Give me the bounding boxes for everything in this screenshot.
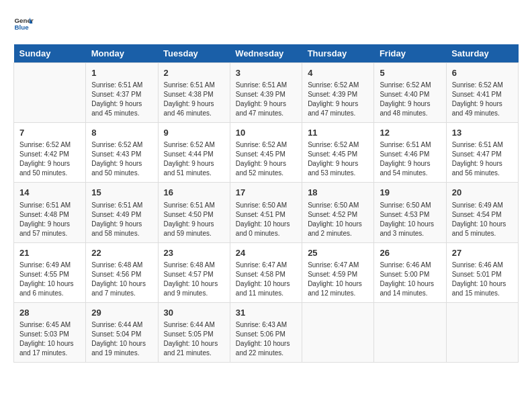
day-number: 31 bbox=[236, 307, 296, 319]
day-number: 18 bbox=[308, 187, 368, 199]
calendar-cell: 20Sunrise: 6:49 AM Sunset: 4:54 PM Dayli… bbox=[446, 183, 518, 242]
page-header: General Blue bbox=[13, 13, 519, 34]
day-info: Sunrise: 6:52 AM Sunset: 4:39 PM Dayligh… bbox=[308, 81, 368, 118]
day-info: Sunrise: 6:52 AM Sunset: 4:45 PM Dayligh… bbox=[308, 140, 368, 178]
calendar-cell: 14Sunrise: 6:51 AM Sunset: 4:48 PM Dayli… bbox=[14, 183, 86, 242]
calendar-cell: 2Sunrise: 6:51 AM Sunset: 4:38 PM Daylig… bbox=[158, 63, 230, 123]
calendar-cell: 21Sunrise: 6:49 AM Sunset: 4:55 PM Dayli… bbox=[14, 242, 86, 302]
calendar-cell: 4Sunrise: 6:52 AM Sunset: 4:39 PM Daylig… bbox=[302, 63, 374, 123]
day-number: 12 bbox=[380, 127, 440, 139]
calendar-cell: 5Sunrise: 6:52 AM Sunset: 4:40 PM Daylig… bbox=[374, 63, 446, 123]
day-number: 30 bbox=[164, 307, 224, 319]
day-info: Sunrise: 6:50 AM Sunset: 4:51 PM Dayligh… bbox=[236, 201, 296, 238]
day-info: Sunrise: 6:48 AM Sunset: 4:57 PM Dayligh… bbox=[164, 261, 224, 298]
calendar-cell: 15Sunrise: 6:51 AM Sunset: 4:49 PM Dayli… bbox=[86, 183, 158, 242]
day-info: Sunrise: 6:47 AM Sunset: 4:58 PM Dayligh… bbox=[236, 261, 296, 298]
day-info: Sunrise: 6:49 AM Sunset: 4:54 PM Dayligh… bbox=[452, 201, 513, 238]
calendar-cell: 29Sunrise: 6:44 AM Sunset: 5:04 PM Dayli… bbox=[86, 302, 158, 362]
day-info: Sunrise: 6:43 AM Sunset: 5:06 PM Dayligh… bbox=[236, 320, 296, 358]
day-info: Sunrise: 6:51 AM Sunset: 4:50 PM Dayligh… bbox=[164, 201, 224, 238]
day-info: Sunrise: 6:44 AM Sunset: 5:05 PM Dayligh… bbox=[164, 320, 224, 358]
calendar-cell: 6Sunrise: 6:52 AM Sunset: 4:41 PM Daylig… bbox=[446, 63, 518, 123]
calendar-week-row: 1Sunrise: 6:51 AM Sunset: 4:37 PM Daylig… bbox=[14, 63, 519, 123]
day-number: 8 bbox=[91, 127, 152, 139]
calendar-cell bbox=[374, 302, 446, 362]
calendar-cell: 8Sunrise: 6:52 AM Sunset: 4:43 PM Daylig… bbox=[86, 123, 158, 183]
weekday-header-friday: Friday bbox=[374, 44, 446, 63]
calendar-cell: 7Sunrise: 6:52 AM Sunset: 4:42 PM Daylig… bbox=[14, 123, 86, 183]
calendar-week-row: 28Sunrise: 6:45 AM Sunset: 5:03 PM Dayli… bbox=[14, 302, 519, 362]
day-info: Sunrise: 6:52 AM Sunset: 4:41 PM Dayligh… bbox=[452, 81, 513, 118]
weekday-header-saturday: Saturday bbox=[446, 44, 518, 63]
day-info: Sunrise: 6:51 AM Sunset: 4:47 PM Dayligh… bbox=[452, 140, 513, 178]
calendar-cell: 25Sunrise: 6:47 AM Sunset: 4:59 PM Dayli… bbox=[302, 242, 374, 302]
day-info: Sunrise: 6:52 AM Sunset: 4:45 PM Dayligh… bbox=[236, 140, 296, 178]
calendar-cell: 22Sunrise: 6:48 AM Sunset: 4:56 PM Dayli… bbox=[86, 242, 158, 302]
day-number: 25 bbox=[308, 247, 368, 259]
day-number: 7 bbox=[19, 127, 80, 139]
calendar-cell bbox=[14, 63, 86, 123]
day-info: Sunrise: 6:52 AM Sunset: 4:43 PM Dayligh… bbox=[91, 140, 152, 178]
day-number: 28 bbox=[19, 307, 80, 319]
weekday-header-sunday: Sunday bbox=[14, 44, 86, 63]
day-number: 3 bbox=[236, 67, 296, 79]
day-number: 5 bbox=[380, 67, 440, 79]
day-number: 2 bbox=[164, 67, 224, 79]
day-info: Sunrise: 6:49 AM Sunset: 4:55 PM Dayligh… bbox=[19, 261, 80, 298]
day-info: Sunrise: 6:51 AM Sunset: 4:39 PM Dayligh… bbox=[236, 81, 296, 118]
calendar-week-row: 14Sunrise: 6:51 AM Sunset: 4:48 PM Dayli… bbox=[14, 183, 519, 242]
day-number: 23 bbox=[164, 247, 224, 259]
calendar-cell: 19Sunrise: 6:50 AM Sunset: 4:53 PM Dayli… bbox=[374, 183, 446, 242]
calendar-cell: 16Sunrise: 6:51 AM Sunset: 4:50 PM Dayli… bbox=[158, 183, 230, 242]
day-number: 27 bbox=[452, 247, 513, 259]
day-number: 14 bbox=[19, 187, 80, 199]
day-number: 13 bbox=[452, 127, 513, 139]
day-info: Sunrise: 6:46 AM Sunset: 5:00 PM Dayligh… bbox=[380, 261, 440, 298]
weekday-header-row: SundayMondayTuesdayWednesdayThursdayFrid… bbox=[14, 44, 519, 63]
weekday-header-wednesday: Wednesday bbox=[230, 44, 302, 63]
calendar-week-row: 7Sunrise: 6:52 AM Sunset: 4:42 PM Daylig… bbox=[14, 123, 519, 183]
day-info: Sunrise: 6:44 AM Sunset: 5:04 PM Dayligh… bbox=[91, 320, 152, 358]
day-number: 26 bbox=[380, 247, 440, 259]
calendar-body: 1Sunrise: 6:51 AM Sunset: 4:37 PM Daylig… bbox=[14, 63, 519, 363]
day-number: 9 bbox=[164, 127, 224, 139]
day-info: Sunrise: 6:52 AM Sunset: 4:44 PM Dayligh… bbox=[164, 140, 224, 178]
day-number: 19 bbox=[380, 187, 440, 199]
day-info: Sunrise: 6:50 AM Sunset: 4:52 PM Dayligh… bbox=[308, 201, 368, 238]
calendar-table: SundayMondayTuesdayWednesdayThursdayFrid… bbox=[13, 44, 519, 363]
calendar-cell: 31Sunrise: 6:43 AM Sunset: 5:06 PM Dayli… bbox=[230, 302, 302, 362]
svg-text:Blue: Blue bbox=[15, 24, 30, 31]
day-info: Sunrise: 6:52 AM Sunset: 4:42 PM Dayligh… bbox=[19, 140, 80, 178]
weekday-header-tuesday: Tuesday bbox=[158, 44, 230, 63]
day-info: Sunrise: 6:52 AM Sunset: 4:40 PM Dayligh… bbox=[380, 81, 440, 118]
calendar-cell: 10Sunrise: 6:52 AM Sunset: 4:45 PM Dayli… bbox=[230, 123, 302, 183]
calendar-cell: 11Sunrise: 6:52 AM Sunset: 4:45 PM Dayli… bbox=[302, 123, 374, 183]
day-number: 4 bbox=[308, 67, 368, 79]
day-info: Sunrise: 6:51 AM Sunset: 4:37 PM Dayligh… bbox=[91, 81, 152, 118]
calendar-cell: 28Sunrise: 6:45 AM Sunset: 5:03 PM Dayli… bbox=[14, 302, 86, 362]
day-info: Sunrise: 6:45 AM Sunset: 5:03 PM Dayligh… bbox=[19, 320, 80, 358]
day-info: Sunrise: 6:48 AM Sunset: 4:56 PM Dayligh… bbox=[91, 261, 152, 298]
calendar-cell: 26Sunrise: 6:46 AM Sunset: 5:00 PM Dayli… bbox=[374, 242, 446, 302]
day-info: Sunrise: 6:50 AM Sunset: 4:53 PM Dayligh… bbox=[380, 201, 440, 238]
calendar-cell: 12Sunrise: 6:51 AM Sunset: 4:46 PM Dayli… bbox=[374, 123, 446, 183]
day-number: 11 bbox=[308, 127, 368, 139]
day-number: 20 bbox=[452, 187, 513, 199]
calendar-cell: 17Sunrise: 6:50 AM Sunset: 4:51 PM Dayli… bbox=[230, 183, 302, 242]
calendar-header: SundayMondayTuesdayWednesdayThursdayFrid… bbox=[14, 44, 519, 63]
calendar-cell: 30Sunrise: 6:44 AM Sunset: 5:05 PM Dayli… bbox=[158, 302, 230, 362]
day-number: 21 bbox=[19, 247, 80, 259]
day-info: Sunrise: 6:46 AM Sunset: 5:01 PM Dayligh… bbox=[452, 261, 513, 298]
calendar-cell: 24Sunrise: 6:47 AM Sunset: 4:58 PM Dayli… bbox=[230, 242, 302, 302]
day-info: Sunrise: 6:51 AM Sunset: 4:46 PM Dayligh… bbox=[380, 140, 440, 178]
day-number: 17 bbox=[236, 187, 296, 199]
calendar-cell: 9Sunrise: 6:52 AM Sunset: 4:44 PM Daylig… bbox=[158, 123, 230, 183]
day-number: 1 bbox=[91, 67, 152, 79]
calendar-cell: 13Sunrise: 6:51 AM Sunset: 4:47 PM Dayli… bbox=[446, 123, 518, 183]
day-info: Sunrise: 6:51 AM Sunset: 4:49 PM Dayligh… bbox=[91, 201, 152, 238]
day-info: Sunrise: 6:51 AM Sunset: 4:38 PM Dayligh… bbox=[164, 81, 224, 118]
day-number: 22 bbox=[91, 247, 152, 259]
day-number: 16 bbox=[164, 187, 224, 199]
calendar-week-row: 21Sunrise: 6:49 AM Sunset: 4:55 PM Dayli… bbox=[14, 242, 519, 302]
calendar-cell: 1Sunrise: 6:51 AM Sunset: 4:37 PM Daylig… bbox=[86, 63, 158, 123]
